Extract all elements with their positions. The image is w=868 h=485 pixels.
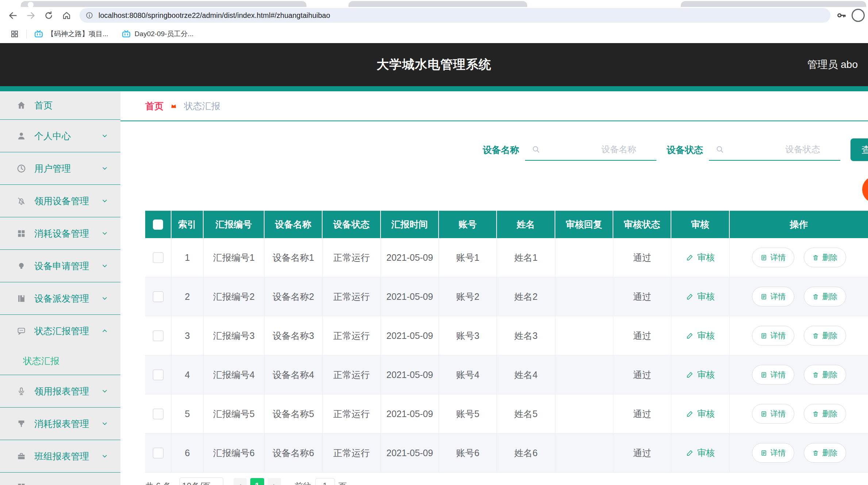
detail-button[interactable]: 详情 (752, 404, 794, 424)
delete-button[interactable]: 删除 (804, 326, 846, 345)
delete-button[interactable]: 删除 (804, 287, 846, 306)
address-bar[interactable]: localhost:8080/springbootrze22/admin/dis… (80, 8, 830, 23)
column-header-7: 审核回复 (555, 211, 613, 238)
row-select-cell (145, 394, 171, 434)
page-size-select[interactable]: 10条/页 (180, 477, 223, 485)
sidebar: 首页个人中心用户管理领用设备管理消耗设备管理设备申请管理设备派发管理状态汇报管理… (0, 91, 120, 485)
sidebar-item-home[interactable]: 首页 (0, 91, 120, 119)
sidebar-item-partial-item[interactable] (0, 472, 120, 485)
row-checkbox[interactable] (153, 370, 163, 380)
row-checkbox[interactable] (153, 331, 163, 341)
info-icon[interactable] (85, 11, 93, 19)
sidebar-item-borrow-device-management[interactable]: 领用设备管理 (0, 184, 120, 217)
prev-page-button[interactable] (234, 478, 247, 485)
cell-name: 姓名5 (497, 394, 555, 434)
sidebar-item-consume-device-management[interactable]: 消耗设备管理 (0, 217, 120, 249)
browser-tab[interactable] (681, 1, 866, 7)
delete-button[interactable]: 删除 (804, 248, 846, 267)
delete-button[interactable]: 删除 (804, 443, 846, 463)
browser-profile-icon[interactable] (852, 9, 865, 22)
device-status-input[interactable] (709, 139, 840, 160)
add-fab-button[interactable] (862, 176, 868, 203)
audit-link[interactable]: 审核 (686, 447, 715, 459)
select-all-checkbox[interactable] (153, 219, 163, 230)
cell-device_status: 正常运行 (323, 434, 381, 473)
trash-icon (812, 254, 819, 261)
audit-link[interactable]: 审核 (686, 291, 715, 302)
delete-button[interactable]: 删除 (804, 365, 846, 385)
chevron-down-icon (101, 388, 108, 394)
cell-audit: 审核 (671, 355, 730, 394)
cell-report_no: 汇报编号3 (204, 316, 265, 355)
browser-tab[interactable] (348, 1, 527, 7)
chat-icon (16, 326, 26, 336)
bookmarks-separator (26, 30, 27, 38)
sidebar-item-label: 设备派发管理 (34, 293, 89, 305)
device-name-input[interactable] (525, 139, 656, 160)
delete-button-label: 删除 (822, 331, 838, 341)
detail-button[interactable]: 详情 (752, 365, 794, 385)
table-row: 4汇报编号4设备名称4正常运行2021-05-09账号4姓名4通过审核详情删除 (145, 355, 868, 394)
goto-page-input[interactable] (315, 478, 335, 485)
audit-link[interactable]: 审核 (686, 369, 715, 381)
status-report-table: 索引汇报编号设备名称设备状态汇报时间账号姓名审核回复审核状态审核操作 1汇报编号… (145, 211, 868, 473)
sidebar-item-status-report-management[interactable]: 状态汇报管理 (0, 314, 120, 347)
sidebar-item-personal-center[interactable]: 个人中心 (0, 119, 120, 152)
browser-tab-strip (0, 0, 868, 6)
cell-audit_status: 通过 (613, 238, 671, 277)
bookmark-item[interactable]: 【码神之路】项目... (34, 29, 108, 39)
chevron-down-icon (101, 295, 108, 302)
detail-button[interactable]: 详情 (752, 326, 794, 345)
cell-report_no: 汇报编号5 (204, 394, 265, 434)
reload-icon[interactable] (44, 11, 54, 20)
cell-name: 姓名2 (497, 277, 555, 316)
password-key-icon[interactable] (836, 10, 846, 20)
briefcase-icon (16, 451, 26, 461)
audit-link[interactable]: 审核 (686, 330, 715, 341)
row-checkbox[interactable] (153, 409, 163, 419)
cell-index: 3 (171, 316, 204, 355)
trash-icon (812, 410, 819, 417)
detail-button[interactable]: 详情 (752, 287, 794, 306)
chevron-up-icon (101, 328, 108, 334)
cell-index: 5 (171, 394, 204, 434)
sidebar-item-team-report-management[interactable]: 班组报表管理 (0, 440, 120, 472)
apps-grid-icon[interactable] (10, 30, 19, 38)
sidebar-item-user-management[interactable]: 用户管理 (0, 152, 120, 184)
cell-report_no: 汇报编号6 (204, 434, 265, 473)
cell-audit_status: 通过 (613, 277, 671, 316)
delete-button-label: 删除 (822, 252, 838, 263)
current-page-button[interactable]: 1 (250, 478, 264, 485)
detail-button-label: 详情 (771, 252, 786, 263)
sidebar-item-borrow-report-management[interactable]: 领用报表管理 (0, 375, 120, 407)
cell-audit_status: 通过 (613, 355, 671, 394)
browser-tab[interactable] (21, 1, 306, 7)
back-icon[interactable] (8, 11, 18, 20)
cell-report_time: 2021-05-09 (381, 394, 439, 434)
row-checkbox[interactable] (153, 291, 163, 302)
detail-button[interactable]: 详情 (752, 248, 794, 267)
audit-link[interactable]: 审核 (686, 252, 715, 263)
cell-account: 账号6 (439, 434, 497, 473)
device-name-input-wrap (525, 139, 656, 161)
sidebar-item-device-apply-management[interactable]: 设备申请管理 (0, 249, 120, 282)
bookmark-item[interactable]: Day02-09-员工分... (121, 29, 194, 39)
sidebar-item-consume-report-management[interactable]: 消耗报表管理 (0, 407, 120, 440)
home-browser-icon[interactable] (62, 11, 72, 20)
row-checkbox[interactable] (153, 252, 163, 263)
column-header-9: 审核 (671, 211, 730, 238)
forward-icon[interactable] (26, 11, 36, 20)
current-user[interactable]: 管理员 abo (807, 43, 858, 86)
sidebar-item-device-dispatch-management[interactable]: 设备派发管理 (0, 282, 120, 314)
sidebar-subitem-status-report[interactable]: 状态汇报 (0, 347, 120, 375)
detail-button[interactable]: 详情 (752, 443, 794, 463)
delete-button[interactable]: 删除 (804, 404, 846, 424)
document-icon (760, 293, 767, 300)
audit-link[interactable]: 审核 (686, 408, 715, 420)
trash-icon (812, 371, 819, 378)
row-checkbox[interactable] (153, 448, 163, 458)
next-page-button[interactable] (268, 478, 281, 485)
search-row: 设备名称 设备状态 查询 (120, 138, 868, 161)
query-button[interactable]: 查询 (850, 138, 868, 161)
breadcrumb-home-link[interactable]: 首页 (145, 100, 163, 112)
